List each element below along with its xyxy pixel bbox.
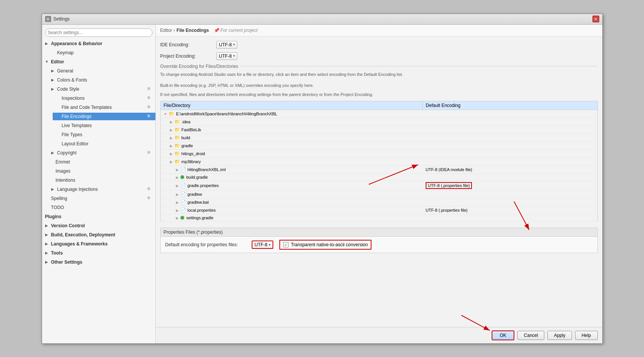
transparent-conversion-row: Transparent native-to-ascii conversion: [279, 240, 371, 250]
breadcrumb-note: 📌 For current project: [213, 28, 257, 33]
expand-icon: ▶: [51, 87, 56, 91]
sidebar-item-label: Code Style: [57, 86, 80, 92]
expand-icon: ▶: [45, 260, 50, 264]
sidebar-item-label: General: [57, 68, 74, 74]
button-bar: OK Cancel Apply Help: [156, 327, 602, 343]
project-encoding-dropdown[interactable]: UTF-8 ▼: [216, 52, 238, 60]
sidebar-item-emmet[interactable]: Emmet: [42, 157, 155, 167]
sidebar-item-label: Emmet: [56, 159, 70, 165]
table-row[interactable]: ▶ build.gradle: [160, 174, 597, 181]
gear-icon: ⚙: [147, 150, 152, 156]
file-name: settings.gradle: [186, 215, 214, 220]
table-row[interactable]: ▼ 📁 E:\androidWorkSpace\branch\branch\Hi…: [160, 110, 597, 118]
settings-panel: IDE Encoding: UTF-8 ▼ Project Encoding: …: [156, 36, 602, 327]
properties-encoding-label: Default encoding for properties files:: [165, 242, 249, 247]
sidebar-item-appearance[interactable]: ▶ Appearance & Behavior: [42, 39, 155, 48]
file-name: gradlew.bat: [188, 200, 209, 204]
sidebar-item-label: Appearance & Behavior: [51, 41, 102, 46]
sidebar-item-editor[interactable]: ▼ Editor: [42, 57, 155, 66]
sidebar-item-label: Images: [56, 168, 71, 174]
gear-icon: ⚙: [147, 114, 152, 119]
window-title: Settings: [53, 16, 70, 22]
ok-button[interactable]: OK: [492, 330, 514, 340]
file-name: FastBleLib: [182, 127, 201, 132]
table-row[interactable]: ▶ 📁 build: [160, 134, 597, 142]
sidebar-item-languages[interactable]: ▶ Languages & Frameworks: [42, 239, 155, 248]
sidebar-item-copyright[interactable]: ▶ Copyright ⚙: [42, 148, 155, 157]
file-table-wrapper: File/Directory Default Encoding ▼ 📁 E:\a…: [160, 101, 598, 222]
sidebar-item-version-control[interactable]: ▶ Version Control: [42, 221, 155, 230]
sidebar-item-label: Other Settings: [51, 259, 83, 265]
transparent-conversion-label: Transparent native-to-ascii conversion: [291, 242, 368, 247]
sidebar-item-label: Version Control: [51, 223, 85, 228]
table-row[interactable]: ▶ 📁 hitings_droid: [160, 150, 597, 158]
sidebar-item-spelling[interactable]: Spelling ⚙: [42, 194, 155, 203]
sidebar-item-code-style[interactable]: ▶ Code Style ⚙: [42, 85, 155, 94]
sidebar-item-label: File Encodings: [62, 114, 92, 119]
sidebar-item-label: Language Injections: [57, 187, 98, 192]
sidebar-item-label: Spelling: [51, 196, 67, 201]
expand-icon: ▶: [51, 187, 56, 191]
help-button[interactable]: Help: [575, 331, 598, 340]
sidebar-item-lang-injections[interactable]: ▶ Language Injections ⚙: [42, 185, 155, 194]
apply-button[interactable]: Apply: [547, 331, 572, 340]
file-name: gradle: [182, 143, 193, 148]
project-encoding-row: Project Encoding: UTF-8 ▼: [160, 52, 598, 60]
sidebar-item-label: File Types: [62, 132, 82, 137]
table-row[interactable]: ▶ settings.gradle: [160, 214, 597, 222]
sidebar-item-colors[interactable]: ▶ Colors & Fonts: [42, 75, 155, 85]
table-row[interactable]: ▶ 📄 gradle.properties UTF-8 (.properties…: [160, 181, 597, 190]
table-row[interactable]: ▶ 📄 HitingBranchXBL.iml UTF-8 (IDEA modu…: [160, 166, 597, 174]
cancel-button[interactable]: Cancel: [517, 331, 544, 340]
ide-encoding-dropdown[interactable]: UTF-8 ▼: [216, 41, 238, 49]
project-encoding-label: Project Encoding:: [160, 53, 213, 59]
sidebar-item-other[interactable]: ▶ Other Settings: [42, 258, 155, 267]
sidebar-item-layout-editor[interactable]: Layout Editor: [42, 139, 155, 148]
table-row[interactable]: ▶ 📁 .idea: [160, 118, 597, 126]
expand-icon: ▶: [45, 251, 50, 255]
sidebar-item-keymap[interactable]: Keymap: [42, 48, 155, 57]
sidebar-item-label: Plugins: [45, 214, 61, 219]
sidebar-item-label: Tools: [51, 250, 63, 256]
expand-icon: ▼: [45, 60, 50, 64]
table-row[interactable]: ▶ 📁 mp3library: [160, 158, 597, 166]
close-button[interactable]: ✕: [592, 16, 599, 22]
sidebar-item-tools[interactable]: ▶ Tools: [42, 248, 155, 258]
file-name: gradle.properties: [188, 183, 219, 188]
sidebar-item-label: Inspections: [62, 96, 85, 101]
chevron-down-icon: ▼: [233, 43, 236, 46]
sidebar-item-live-templates[interactable]: Live Templates: [42, 121, 155, 130]
sidebar-item-general[interactable]: ▶ General: [42, 66, 155, 75]
gear-icon: ⚙: [147, 196, 152, 201]
table-row[interactable]: ▶ 📁 gradle: [160, 142, 597, 150]
properties-content: Default encoding for properties files: U…: [161, 237, 597, 253]
encoding-value: UTF-8 (.properties file): [426, 182, 472, 189]
properties-section: Properties Files (*.properties) Default …: [160, 228, 598, 253]
sidebar-item-plugins[interactable]: Plugins: [42, 212, 155, 221]
sidebar-item-file-templates[interactable]: File and Code Templates ⚙: [42, 103, 155, 112]
sidebar-item-file-encodings[interactable]: File Encodings ⚙: [42, 112, 155, 121]
properties-encoding-dropdown[interactable]: UTF-8 ▼: [252, 241, 274, 249]
sidebar-item-file-types[interactable]: File Types: [42, 130, 155, 139]
sidebar-item-intentions[interactable]: Intentions: [42, 176, 155, 185]
sidebar-item-images[interactable]: Images: [42, 167, 155, 176]
sidebar-item-label: TODO: [51, 205, 64, 210]
sidebar-item-todo[interactable]: TODO: [42, 203, 155, 212]
search-input[interactable]: [45, 28, 152, 37]
sidebar-item-build[interactable]: ▶ Build, Execution, Deployment: [42, 230, 155, 239]
main-content: Editor › File Encodings 📌 For current pr…: [156, 25, 602, 343]
sidebar: ▶ Appearance & Behavior Keymap ▼ Editor: [42, 25, 156, 343]
encoding-value: UTF-8 (.properties file): [426, 208, 468, 212]
table-row[interactable]: ▶ 📄 gradlew.bat: [160, 198, 597, 206]
gear-icon: ⚙: [147, 105, 152, 110]
ide-encoding-row: IDE Encoding: UTF-8 ▼: [160, 41, 598, 49]
transparent-conversion-checkbox[interactable]: [283, 242, 288, 247]
table-row[interactable]: ▶ 📄 gradlew: [160, 190, 597, 198]
table-row[interactable]: ▶ 📄 local.properties UTF-8 (.properties …: [160, 206, 597, 214]
sidebar-item-inspections[interactable]: Inspections ⚙: [42, 94, 155, 103]
table-row[interactable]: ▶ 📁 FastBleLib: [160, 126, 597, 134]
breadcrumb-current: File Encodings: [177, 28, 209, 33]
file-name: local.properties: [188, 208, 216, 212]
encoding-value: UTF-8 (IDEA module file): [426, 167, 472, 172]
file-name: build: [182, 135, 190, 140]
